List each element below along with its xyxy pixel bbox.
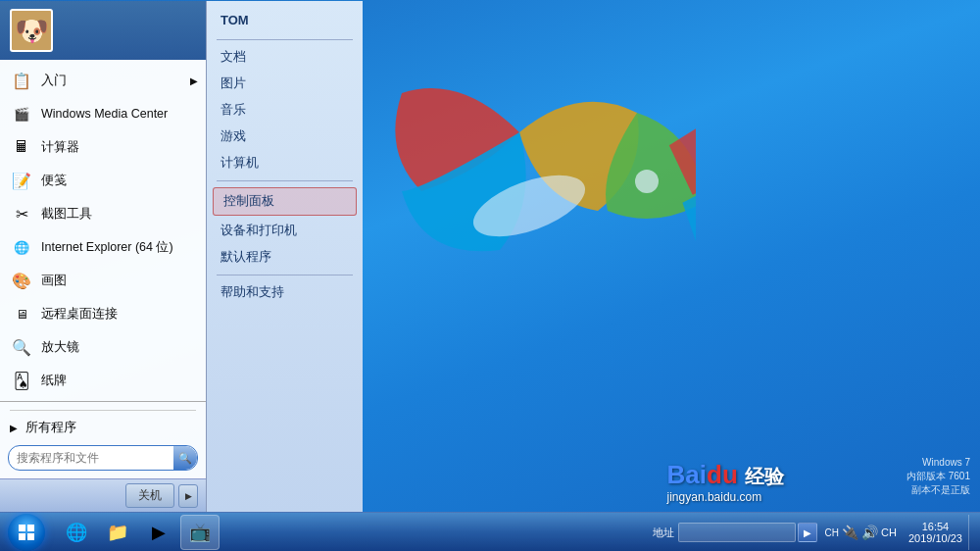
paint-icon: 🎨: [10, 269, 33, 292]
clock-time: 16:54: [922, 521, 950, 532]
computer-label: 计算机: [220, 155, 259, 172]
wmc-icon: 🎬: [10, 102, 33, 125]
menu-item-remote-desktop[interactable]: 🖥 远程桌面连接: [0, 297, 206, 330]
menu-item-getting-started[interactable]: 📋 入门 ▶: [0, 64, 206, 97]
taskbar-ie[interactable]: 🌐: [57, 515, 96, 550]
getting-started-icon: 📋: [10, 69, 33, 92]
snipping-label: 截图工具: [41, 206, 92, 223]
baidu-logo-blue: Bai: [667, 460, 707, 489]
right-item-devices[interactable]: 设备和打印机: [207, 218, 363, 244]
search-box: 🔍: [8, 445, 198, 471]
search-button[interactable]: 🔍: [173, 446, 197, 470]
menu-item-magnifier[interactable]: 🔍 放大镜: [0, 330, 206, 364]
sticky-notes-label: 便笺: [41, 173, 67, 189]
right-item-pictures[interactable]: 图片: [207, 71, 363, 97]
start-menu-right: TOM 文档 图片 音乐 游戏 计算机 控制面板 设备和打印机: [206, 1, 363, 512]
ie64-label: Internet Explorer (64 位): [41, 239, 173, 256]
menu-item-minesweeper[interactable]: 🂡 纸牌: [0, 364, 206, 397]
all-programs-label: 所有程序: [25, 420, 76, 436]
address-bar[interactable]: [678, 523, 796, 542]
games-label: 游戏: [220, 128, 246, 145]
ie64-icon: 🌐: [10, 235, 33, 259]
baidu-logo-red: du: [707, 460, 738, 489]
system-tray: 地址 ▶ CH 🔌 🔊 CH 16:54 2019/10/23: [653, 513, 980, 551]
help-label: 帮助和支持: [220, 284, 284, 301]
taskbar-explorer[interactable]: 📁: [98, 515, 137, 550]
right-item-help[interactable]: 帮助和支持: [207, 279, 363, 306]
minesweeper-label: 纸牌: [41, 373, 67, 389]
shutdown-button[interactable]: 关机: [125, 483, 174, 508]
baidu-url: jingyan.baidu.com: [667, 490, 784, 504]
devices-label: 设备和打印机: [220, 223, 297, 239]
search-input[interactable]: [9, 448, 173, 468]
pictures-label: 图片: [220, 75, 246, 92]
shutdown-arrow-button[interactable]: ▶: [178, 484, 198, 508]
system-clock[interactable]: 16:54 2019/10/23: [903, 513, 968, 551]
tray-volume-icon[interactable]: 🔊: [861, 525, 878, 540]
wmc-label: Windows Media Center: [41, 107, 168, 121]
music-label: 音乐: [220, 102, 246, 119]
menu-item-calculator[interactable]: 🖩 计算器: [0, 130, 206, 164]
magnifier-icon: 🔍: [10, 335, 33, 359]
version-note: 副本不是正版: [906, 483, 970, 497]
svg-point-1: [635, 170, 659, 193]
desktop: 🗑 回收站 📋 入门 ▶ 🎬 Windows Media Center: [0, 0, 980, 551]
remote-desktop-icon: 🖥: [10, 302, 33, 326]
sticky-notes-icon: 📝: [10, 169, 33, 192]
clock-date: 2019/10/23: [908, 532, 962, 544]
start-orb: [8, 514, 45, 551]
tray-network-icon[interactable]: 🔌: [842, 525, 858, 540]
menu-item-wmc[interactable]: 🎬 Windows Media Center: [0, 97, 206, 130]
windows-version-watermark: Windows 7 内部版本 7601 副本不是正版: [906, 456, 970, 497]
right-item-control-panel[interactable]: 控制面板: [213, 187, 357, 216]
tray-ch-label: CH: [825, 527, 839, 538]
address-label: 地址: [653, 526, 674, 540]
user-avatar: [10, 9, 53, 52]
remote-desktop-label: 远程桌面连接: [41, 306, 118, 323]
minesweeper-icon: 🂡: [10, 369, 33, 392]
build-text: 内部版本 7601: [906, 470, 970, 483]
right-item-games[interactable]: 游戏: [207, 124, 363, 150]
taskbar-items: 🌐 📁 ▶ 📺: [57, 515, 220, 550]
right-item-music[interactable]: 音乐: [207, 97, 363, 124]
user-name: TOM: [207, 9, 363, 35]
documents-label: 文档: [220, 49, 246, 66]
all-programs-item[interactable]: ▶ 所有程序: [0, 415, 206, 441]
right-item-computer[interactable]: 计算机: [207, 150, 363, 176]
shutdown-bar: 关机 ▶: [0, 478, 206, 512]
calculator-label: 计算器: [41, 139, 79, 156]
calculator-icon: 🖩: [10, 135, 33, 159]
taskbar-unknown[interactable]: 📺: [180, 515, 220, 550]
start-menu-left: 📋 入门 ▶ 🎬 Windows Media Center 🖩 计算器 📝 便笺: [0, 1, 206, 512]
start-menu: 📋 入门 ▶ 🎬 Windows Media Center 🖩 计算器 📝 便笺: [0, 1, 470, 512]
menu-item-sticky-notes[interactable]: 📝 便笺: [0, 164, 206, 197]
windows-version-text: Windows 7: [906, 456, 970, 470]
taskbar-media[interactable]: ▶: [139, 515, 178, 550]
show-desktop-button[interactable]: [968, 515, 976, 550]
default-programs-label: 默认程序: [220, 249, 271, 266]
menu-item-paint[interactable]: 🎨 画图: [0, 264, 206, 297]
control-panel-label: 控制面板: [223, 193, 274, 210]
snipping-icon: ✂: [10, 202, 33, 225]
baidu-jingyan: 经验: [745, 466, 784, 487]
tray-icons: CH 🔌 🔊 CH: [825, 525, 897, 540]
tray-lang-icon[interactable]: CH: [881, 526, 897, 538]
start-menu-items: 📋 入门 ▶ 🎬 Windows Media Center 🖩 计算器 📝 便笺: [0, 60, 206, 401]
right-item-default-programs[interactable]: 默认程序: [207, 244, 363, 271]
menu-item-ie64[interactable]: 🌐 Internet Explorer (64 位): [0, 230, 206, 264]
right-item-documents[interactable]: 文档: [207, 44, 363, 71]
taskbar: 🌐 📁 ▶ 📺 地址 ▶ CH 🔌 🔊 CH 16:54 2019: [0, 512, 980, 551]
getting-started-label: 入门: [41, 73, 67, 89]
magnifier-label: 放大镜: [41, 339, 79, 356]
address-go-button[interactable]: ▶: [798, 523, 817, 542]
user-area: [0, 1, 206, 60]
address-bar-area: 地址 ▶: [653, 523, 817, 542]
paint-label: 画图: [41, 273, 67, 289]
baidu-watermark: Baidu 经验 jingyan.baidu.com: [667, 460, 784, 504]
start-bottom: ▶ 所有程序 🔍: [0, 401, 206, 478]
start-button[interactable]: [0, 513, 53, 552]
menu-item-snipping[interactable]: ✂ 截图工具: [0, 197, 206, 230]
